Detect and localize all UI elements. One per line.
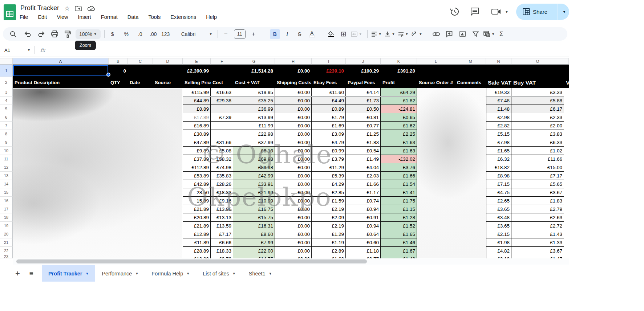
cell-n6[interactable]: £2.98	[486, 113, 511, 122]
cell-k3[interactable]: £64.29	[381, 88, 417, 97]
row-header-23[interactable]: 23	[0, 255, 13, 258]
column-title-paypal-fees[interactable]: Paypal Fees	[346, 77, 381, 88]
row-header-13[interactable]: 13	[0, 172, 13, 180]
cell-k12[interactable]: £3.76	[381, 163, 417, 172]
cell-o6[interactable]: £2.33	[511, 113, 564, 122]
cell-o12[interactable]: £15.00	[511, 163, 564, 172]
cell-j21[interactable]: £0.60	[346, 238, 381, 247]
row-header-22[interactable]: 22	[0, 247, 13, 255]
cell-h20[interactable]: £0.00	[275, 230, 312, 238]
cell-k10[interactable]: £1.63	[381, 147, 417, 155]
column-title-source-order-[interactable]: Source Order #	[417, 77, 455, 88]
column-header-N[interactable]: N	[486, 58, 511, 65]
total-cell-g1[interactable]: £1,514.28	[233, 65, 275, 77]
row-header-1[interactable]: 1	[0, 65, 13, 77]
cell-i4[interactable]: £4.49	[312, 97, 346, 105]
cell-g4[interactable]: £35.25	[233, 97, 275, 105]
row-header-20[interactable]: 20	[0, 230, 13, 238]
cell-o11[interactable]: £11.66	[511, 155, 564, 163]
cell-g23[interactable]: £14.75	[233, 255, 275, 258]
cell-f21[interactable]: £6.66	[211, 238, 233, 247]
sheet-tab-list-of-sites[interactable]: List of sites▼	[196, 265, 242, 282]
cell-i5[interactable]: £0.89	[312, 105, 346, 113]
cell-h22[interactable]: £0.00	[275, 247, 312, 255]
selected-cell-outline[interactable]	[13, 65, 108, 76]
column-header-O[interactable]: O	[511, 58, 564, 65]
cell-g6[interactable]: £13.99	[233, 113, 275, 122]
cell-k18[interactable]: £1.28	[381, 213, 417, 222]
cell-f20[interactable]: £7.17	[211, 230, 233, 238]
cell-j19[interactable]: £0.94	[346, 222, 381, 230]
grid-corner[interactable]	[0, 58, 13, 65]
cell-n5[interactable]: £1.48	[486, 105, 511, 113]
cell-f7[interactable]	[211, 122, 233, 130]
cell-g21[interactable]: £7.99	[233, 238, 275, 247]
column-header-H[interactable]: H	[275, 58, 312, 65]
cell-k8[interactable]: £2.25	[381, 130, 417, 138]
column-header-J[interactable]: J	[346, 58, 381, 65]
row-header-14[interactable]: 14	[0, 180, 13, 188]
cell-n3[interactable]: £19.33	[486, 88, 511, 97]
cell-n7[interactable]: £2.82	[486, 122, 511, 130]
cell-n8[interactable]: £5.15	[486, 130, 511, 138]
cell-o8[interactable]: £3.83	[511, 130, 564, 138]
column-header-p-clipped[interactable]	[564, 58, 569, 65]
cell-g19[interactable]: £16.31	[233, 222, 275, 230]
column-title-shipping-costs[interactable]: Shipping Costs	[275, 77, 312, 88]
row-header-6[interactable]: 6	[0, 113, 13, 122]
sheet-tab-caret[interactable]: ▼	[232, 272, 236, 275]
row-header-7[interactable]: 7	[0, 122, 13, 130]
row-header-19[interactable]: 19	[0, 222, 13, 230]
cell-h21[interactable]: £0.00	[275, 238, 312, 247]
row-header-15[interactable]: 15	[0, 188, 13, 197]
column-header-C[interactable]: C	[128, 58, 153, 65]
cell-o21[interactable]: £1.33	[511, 238, 564, 247]
cell-o7[interactable]: £2.00	[511, 122, 564, 130]
cell-e23[interactable]: £13.89	[183, 255, 211, 258]
cell-h5[interactable]: £0.00	[275, 105, 312, 113]
column-title-source[interactable]: Source	[153, 77, 183, 88]
row-header-21[interactable]: 21	[0, 238, 13, 247]
column-title-p-clipped[interactable]: V	[564, 77, 569, 88]
cell-i19[interactable]: £2.19	[312, 222, 346, 230]
cell-i7[interactable]: £1.69	[312, 122, 346, 130]
cell-k11[interactable]: -£32.02	[381, 155, 417, 163]
cell-k9[interactable]: £1.63	[381, 138, 417, 147]
cell-h23[interactable]: £0.00	[275, 255, 312, 258]
cell-i21[interactable]: £1.19	[312, 238, 346, 247]
cell-k4[interactable]: £1.82	[381, 97, 417, 105]
column-header-F[interactable]: F	[211, 58, 233, 65]
cell-k14[interactable]: £1.54	[381, 180, 417, 188]
cell-h3[interactable]: £0.00	[275, 88, 312, 97]
cell-n12[interactable]: £18.82	[486, 163, 511, 172]
cell-o4[interactable]: £5.88	[511, 97, 564, 105]
row-header-16[interactable]: 16	[0, 197, 13, 205]
cell-n17[interactable]: £3.65	[486, 205, 511, 213]
column-header-E[interactable]: E	[183, 58, 211, 65]
cell-e6[interactable]: £17.89	[183, 113, 211, 122]
cell-e4[interactable]: £44.89	[183, 97, 211, 105]
total-cell-i1[interactable]: £239.10	[312, 65, 346, 77]
cell-o9[interactable]: £6.33	[511, 138, 564, 147]
column-header-L[interactable]: L	[417, 58, 455, 65]
total-cell-h1[interactable]: £0.00	[275, 65, 312, 77]
cell-n14[interactable]: £7.15	[486, 180, 511, 188]
cell-o14[interactable]: £5.65	[511, 180, 564, 188]
cell-o13[interactable]: £7.17	[511, 172, 564, 180]
cell-j3[interactable]: £4.14	[346, 88, 381, 97]
cell-n20[interactable]: £2.15	[486, 230, 511, 238]
cell-e20[interactable]: £12.89	[183, 230, 211, 238]
column-header-D[interactable]: D	[153, 58, 183, 65]
cell-g3[interactable]: £19.95	[233, 88, 275, 97]
row-header-9[interactable]: 9	[0, 138, 13, 147]
cell-j20[interactable]: £0.64	[346, 230, 381, 238]
cell-f3[interactable]: £16.63	[211, 88, 233, 97]
selection-fill-handle[interactable]	[106, 73, 110, 77]
cell-n23[interactable]: £2.19	[486, 255, 511, 258]
cell-h4[interactable]: £0.00	[275, 97, 312, 105]
cell-o10[interactable]: £1.02	[511, 147, 564, 155]
cell-k15[interactable]: £1.41	[381, 188, 417, 197]
cell-g20[interactable]: £8.60	[233, 230, 275, 238]
total-cell-e1[interactable]: £2,390.99	[183, 65, 211, 77]
cell-e3[interactable]: £115.99	[183, 88, 211, 97]
